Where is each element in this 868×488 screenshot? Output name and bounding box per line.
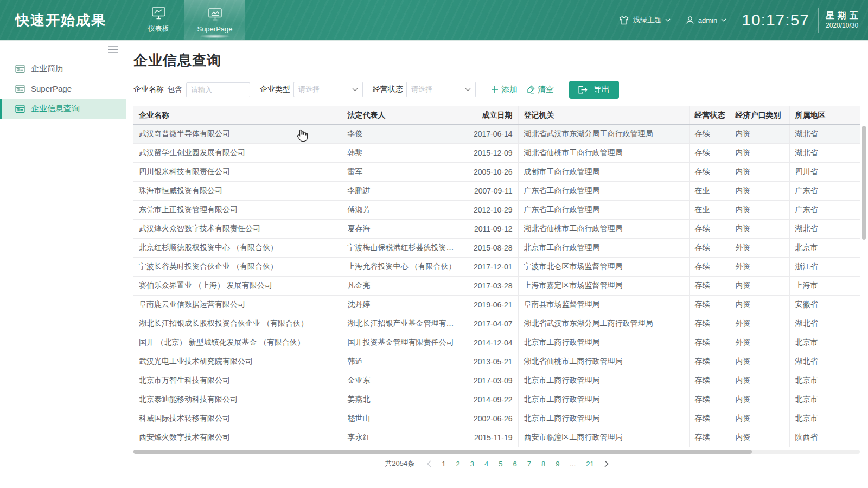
sidebar-item-label: 企业信息查询 bbox=[31, 104, 80, 114]
table-row[interactable]: 四川银米科技有限责任公司雷军2005-10-26成都市工商行政管理局存续内资四川… bbox=[133, 163, 860, 182]
table-cell: 2013-05-21 bbox=[467, 352, 518, 371]
table-cell: 嵇世山 bbox=[342, 409, 467, 428]
user-menu[interactable]: admin bbox=[686, 16, 726, 25]
table-cell: 2017-12-01 bbox=[467, 258, 518, 277]
table-row[interactable]: 北京市万智生科技有限公司金亚东2017-03-09北京市工商行政管理局存续内资北… bbox=[133, 371, 860, 390]
business-status-select[interactable]: 请选择 bbox=[406, 82, 476, 97]
table-cell: 存续 bbox=[689, 220, 730, 239]
page-number-5[interactable]: 5 bbox=[499, 460, 502, 468]
tab-dashboard[interactable]: 仪表板 bbox=[132, 0, 184, 40]
sidebar-item-superpage[interactable]: SuperPage bbox=[0, 79, 126, 99]
export-button[interactable]: 导出 bbox=[569, 81, 619, 99]
table-row[interactable]: 西安烽火数字技术有限公司李永红2015-11-19西安市临潼区工商行政管理局存续… bbox=[133, 428, 860, 447]
table-cell: 湖北省 bbox=[789, 220, 860, 239]
chevron-down-icon bbox=[721, 18, 726, 22]
total-count: 共2054条 bbox=[385, 459, 414, 468]
table-cell: 雷军 bbox=[342, 163, 467, 182]
prev-page-button[interactable] bbox=[427, 460, 431, 467]
table-cell: 宁波市北仑区市场监督管理局 bbox=[518, 258, 689, 277]
table-cell: 内资 bbox=[730, 409, 789, 428]
filter-bar: 企业名称 包含 企业类型 请选择 经营状态 请选择 添加 bbox=[133, 81, 868, 98]
theme-switcher[interactable]: 浅绿主题 bbox=[618, 15, 671, 25]
page-number-8[interactable]: 8 bbox=[541, 460, 545, 468]
table-row[interactable]: 北京泰迪能移动科技有限公司姜燕北2014-09-22北京市工商行政管理局存续内资… bbox=[133, 390, 860, 409]
table-row[interactable]: 赛伯乐众界置业 （上海） 发展有限公司凡金亮2017-03-28上海市嘉定区市场… bbox=[133, 277, 860, 296]
table-row[interactable]: 武汉烽火众智数字技术有限责任公司夏存海2011-09-12湖北省仙桃市工商行政管… bbox=[133, 220, 860, 239]
company-type-select[interactable]: 请选择 bbox=[293, 82, 363, 97]
page-number-3[interactable]: 3 bbox=[470, 460, 474, 468]
table-row[interactable]: 国开 （北京） 新型城镇化发展基金 （有限合伙）国开投资基金管理有限责任公司20… bbox=[133, 333, 860, 352]
user-name: admin bbox=[698, 16, 717, 24]
table-header-row: 企业名称法定代表人成立日期登记机关经营状态经济户口类别所属地区 bbox=[133, 106, 860, 125]
table-row[interactable]: 北京红杉顺德股权投资中心 （有限合伙）宁波梅山保税港红杉荟德投资管理合...20… bbox=[133, 239, 860, 258]
table-cell: 武汉光电工业技术研究院有限公司 bbox=[133, 352, 342, 371]
table-row[interactable]: 湖北长江招银成长股权投资合伙企业 （有限合伙）湖北长江招银产业基金管理有限公司2… bbox=[133, 314, 860, 333]
sidebar-item-label: SuperPage bbox=[31, 84, 72, 93]
table-cell: 国开 （北京） 新型城镇化发展基金 （有限合伙） bbox=[133, 333, 342, 352]
plus-icon bbox=[491, 86, 499, 93]
sidebar: 企业简历SuperPage企业信息查询 bbox=[0, 41, 126, 487]
table-cell: 外资 bbox=[730, 239, 789, 258]
select-placeholder: 请选择 bbox=[411, 85, 432, 94]
table-cell: 内资 bbox=[730, 277, 789, 296]
table-cell: 浙江省 bbox=[789, 258, 860, 277]
table-cell: 2002-06-26 bbox=[467, 409, 518, 428]
table-cell: 北京市 bbox=[789, 390, 860, 409]
table-cell: 凡金亮 bbox=[342, 277, 467, 296]
table-row[interactable]: 珠海市恒威投资有限公司李鹏进2007-09-11广东省工商行政管理局在业内资广东… bbox=[133, 182, 860, 201]
page-number-21[interactable]: 21 bbox=[586, 460, 593, 468]
table-cell: 存续 bbox=[689, 390, 730, 409]
table-cell: 存续 bbox=[689, 296, 730, 314]
sidebar-item-company-info-query[interactable]: 企业信息查询 bbox=[0, 99, 126, 119]
company-name-input[interactable] bbox=[186, 82, 250, 97]
page-number-2[interactable]: 2 bbox=[456, 460, 459, 468]
add-button[interactable]: 添加 bbox=[491, 85, 518, 95]
sidebar-collapse-button[interactable] bbox=[108, 46, 118, 55]
page-number-6[interactable]: 6 bbox=[513, 460, 516, 468]
table-row[interactable]: 武汉留学生创业园发展有限公司韩黎2015-12-09湖北省仙桃市工商行政管理局存… bbox=[133, 144, 860, 163]
table-cell: 北京市工商行政管理局 bbox=[518, 333, 689, 352]
page-number-4[interactable]: 4 bbox=[484, 460, 488, 468]
table-cell: 湖北长江招银产业基金管理有限公司 bbox=[342, 314, 467, 333]
clear-button[interactable]: 清空 bbox=[526, 85, 554, 95]
pagination: 共2054条 123456789...21 bbox=[133, 459, 860, 468]
table-cell: 2017-03-09 bbox=[467, 371, 518, 390]
table-row[interactable]: 武汉奇普微半导体有限公司李俊2017-06-14湖北省武汉市东湖分局工商行政管理… bbox=[133, 125, 860, 144]
table-cell: 在业 bbox=[689, 182, 730, 201]
horizontal-scrollbar-track[interactable] bbox=[133, 450, 860, 454]
table-cell: 北京市工商行政管理局 bbox=[518, 371, 689, 390]
table-row[interactable]: 科威国际技术转移有限公司嵇世山2002-06-26北京市工商行政管理局存续内资北… bbox=[133, 409, 860, 428]
filter-name-label: 企业名称 bbox=[133, 85, 164, 94]
page-number-7[interactable]: 7 bbox=[527, 460, 531, 468]
sidebar-menu: 企业简历SuperPage企业信息查询 bbox=[0, 59, 126, 119]
page-number-9[interactable]: 9 bbox=[556, 460, 559, 468]
table-row[interactable]: 宁波长谷英时投资合伙企业 （有限合伙）上海允谷投资中心 （有限合伙）2017-1… bbox=[133, 258, 860, 277]
tab-superpage[interactable]: SuperPage bbox=[184, 0, 245, 40]
next-page-button[interactable] bbox=[604, 460, 609, 467]
table-cell: 北京市工商行政管理局 bbox=[518, 390, 689, 409]
table-cell: 湖北省 bbox=[789, 352, 860, 371]
table-row[interactable]: 武汉光电工业技术研究院有限公司韩道2013-05-21湖北省仙桃市工商行政管理局… bbox=[133, 352, 860, 371]
page-number-1[interactable]: 1 bbox=[442, 460, 445, 468]
table-cell: 武汉留学生创业园发展有限公司 bbox=[133, 144, 342, 163]
table-cell: 存续 bbox=[689, 371, 730, 390]
table-row[interactable]: 阜南鹿云亚信数据运营有限公司沈丹婷2019-06-21阜南县市场监督管理局存续内… bbox=[133, 296, 860, 314]
weekday: 星期五 bbox=[826, 10, 861, 22]
date-block: 星期五 2020/10/30 bbox=[826, 10, 861, 30]
table-row[interactable]: 东莞市上正投资管理有限公司傅淑芳2012-10-29广东省工商行政管理局在业内资… bbox=[133, 201, 860, 220]
table-cell: 湖北省武汉市东湖分局工商行政管理局 bbox=[518, 125, 689, 144]
table-cell: 湖北长江招银成长股权投资合伙企业 （有限合伙） bbox=[133, 314, 342, 333]
table-cell: 在业 bbox=[689, 201, 730, 220]
table-cell: 沈丹婷 bbox=[342, 296, 467, 314]
table-cell: 存续 bbox=[689, 163, 730, 182]
sidebar-item-company-profile[interactable]: 企业简历 bbox=[0, 59, 126, 79]
vertical-scrollbar-thumb[interactable] bbox=[862, 126, 866, 240]
column-header: 成立日期 bbox=[467, 106, 518, 125]
page-ellipsis: ... bbox=[570, 460, 576, 468]
table-cell: 科威国际技术转移有限公司 bbox=[133, 409, 342, 428]
table-cell: 李俊 bbox=[342, 125, 467, 144]
column-header: 企业名称 bbox=[133, 106, 342, 125]
table-cell: 北京市万智生科技有限公司 bbox=[133, 371, 342, 390]
column-header: 经济户口类别 bbox=[730, 106, 789, 125]
horizontal-scrollbar-thumb[interactable] bbox=[133, 450, 752, 454]
